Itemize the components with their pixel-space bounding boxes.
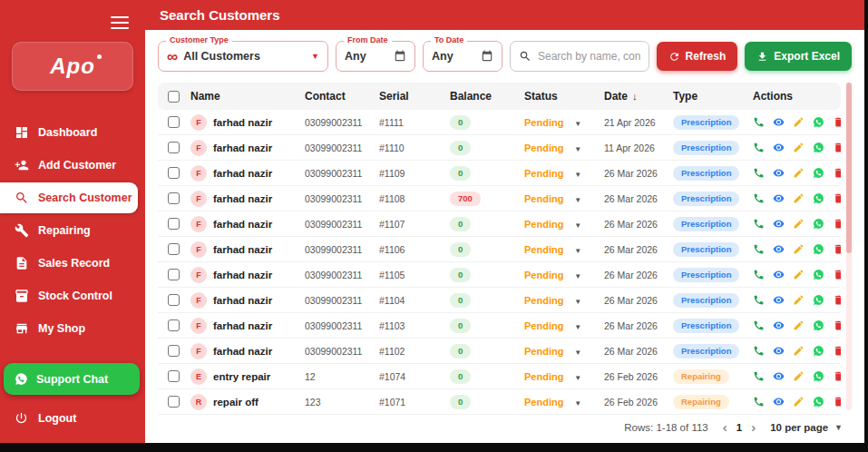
row-checkbox[interactable] — [168, 345, 180, 357]
view-icon[interactable] — [773, 319, 785, 331]
edit-icon[interactable] — [793, 116, 805, 128]
delete-icon[interactable] — [833, 345, 841, 357]
view-icon[interactable] — [773, 269, 785, 280]
edit-icon[interactable] — [793, 218, 805, 230]
column-header-serial[interactable]: Serial — [377, 90, 448, 103]
edit-icon[interactable] — [793, 370, 805, 382]
export-excel-button[interactable]: Export Excel — [745, 42, 852, 71]
status-dropdown[interactable]: Pending ▼ — [522, 295, 602, 306]
row-checkbox[interactable] — [168, 142, 180, 153]
call-icon[interactable] — [753, 218, 765, 230]
whatsapp-icon[interactable] — [813, 243, 824, 255]
row-checkbox[interactable] — [168, 319, 180, 331]
call-icon[interactable] — [753, 243, 765, 255]
from-date-input[interactable]: From Date Any — [336, 41, 415, 72]
search-input[interactable] — [538, 50, 640, 63]
status-dropdown[interactable]: Pending ▼ — [522, 142, 602, 153]
next-page-button[interactable]: › — [751, 420, 756, 434]
sidebar-item-stock-control[interactable]: Stock Control — [0, 280, 138, 311]
delete-icon[interactable] — [833, 269, 841, 280]
edit-icon[interactable] — [793, 142, 805, 153]
view-icon[interactable] — [773, 396, 785, 408]
column-header-type[interactable]: Type — [671, 90, 751, 103]
support-chat-button[interactable]: Support Chat — [4, 363, 140, 395]
whatsapp-icon[interactable] — [813, 116, 824, 128]
per-page-select[interactable]: 10 per page ▼ — [770, 422, 843, 433]
view-icon[interactable] — [773, 218, 785, 230]
whatsapp-icon[interactable] — [813, 192, 824, 204]
call-icon[interactable] — [753, 345, 765, 357]
table-scrollbar[interactable] — [846, 83, 852, 410]
delete-icon[interactable] — [833, 167, 841, 179]
status-dropdown[interactable]: Pending ▼ — [522, 219, 602, 230]
view-icon[interactable] — [773, 167, 785, 179]
whatsapp-icon[interactable] — [813, 269, 824, 280]
column-header-status[interactable]: Status — [522, 90, 602, 103]
search-field[interactable] — [510, 41, 649, 72]
status-dropdown[interactable]: Pending ▼ — [522, 270, 602, 280]
row-checkbox[interactable] — [168, 243, 180, 255]
view-icon[interactable] — [773, 294, 785, 306]
edit-icon[interactable] — [793, 243, 805, 255]
row-checkbox[interactable] — [168, 116, 180, 128]
status-dropdown[interactable]: Pending ▼ — [522, 117, 602, 128]
delete-icon[interactable] — [833, 192, 841, 204]
status-dropdown[interactable]: Pending ▼ — [522, 397, 602, 408]
call-icon[interactable] — [753, 269, 765, 280]
delete-icon[interactable] — [833, 396, 841, 408]
status-dropdown[interactable]: Pending ▼ — [522, 320, 602, 331]
row-checkbox[interactable] — [168, 396, 180, 408]
status-dropdown[interactable]: Pending ▼ — [522, 371, 602, 382]
whatsapp-icon[interactable] — [813, 294, 824, 306]
whatsapp-icon[interactable] — [813, 167, 824, 179]
view-icon[interactable] — [773, 142, 785, 153]
row-checkbox[interactable] — [168, 370, 180, 382]
delete-icon[interactable] — [833, 243, 841, 255]
row-checkbox[interactable] — [168, 269, 180, 280]
menu-toggle-button[interactable] — [111, 13, 129, 33]
call-icon[interactable] — [753, 294, 765, 306]
whatsapp-icon[interactable] — [813, 345, 824, 357]
call-icon[interactable] — [753, 142, 765, 153]
prev-page-button[interactable]: ‹ — [723, 420, 727, 434]
delete-icon[interactable] — [833, 319, 841, 331]
call-icon[interactable] — [753, 167, 765, 179]
select-all-checkbox[interactable] — [168, 91, 180, 103]
call-icon[interactable] — [753, 370, 765, 382]
customer-type-select[interactable]: Customer Type ∞ All Customers ▼ — [158, 41, 328, 72]
whatsapp-icon[interactable] — [813, 142, 824, 153]
call-icon[interactable] — [753, 116, 765, 128]
row-checkbox[interactable] — [168, 218, 180, 230]
call-icon[interactable] — [753, 192, 765, 204]
column-header-name[interactable]: Name — [189, 90, 303, 103]
delete-icon[interactable] — [833, 370, 841, 382]
edit-icon[interactable] — [793, 345, 805, 357]
call-icon[interactable] — [753, 319, 765, 331]
sidebar-item-my-shop[interactable]: My Shop — [0, 313, 138, 344]
sidebar-item-search-customer[interactable]: Search Customer — [0, 182, 138, 213]
view-icon[interactable] — [773, 243, 785, 255]
row-checkbox[interactable] — [168, 192, 180, 204]
view-icon[interactable] — [773, 192, 785, 204]
sidebar-item-add-customer[interactable]: Add Customer — [0, 150, 138, 181]
status-dropdown[interactable]: Pending ▼ — [522, 168, 602, 179]
edit-icon[interactable] — [793, 396, 805, 408]
delete-icon[interactable] — [833, 294, 841, 306]
refresh-button[interactable]: Refresh — [657, 42, 738, 71]
current-page[interactable]: 1 — [736, 422, 742, 433]
status-dropdown[interactable]: Pending ▼ — [522, 244, 602, 255]
row-checkbox[interactable] — [168, 294, 180, 306]
view-icon[interactable] — [773, 370, 785, 382]
column-header-contact[interactable]: Contact — [303, 90, 377, 103]
to-date-input[interactable]: To Date Any — [423, 41, 502, 72]
column-header-balance[interactable]: Balance — [448, 90, 522, 103]
edit-icon[interactable] — [793, 192, 805, 204]
edit-icon[interactable] — [793, 167, 805, 179]
call-icon[interactable] — [753, 396, 765, 408]
view-icon[interactable] — [773, 345, 785, 357]
edit-icon[interactable] — [793, 269, 805, 280]
logout-button[interactable]: Logout — [0, 404, 145, 432]
status-dropdown[interactable]: Pending ▼ — [522, 346, 602, 357]
whatsapp-icon[interactable] — [813, 396, 824, 408]
view-icon[interactable] — [773, 116, 785, 128]
